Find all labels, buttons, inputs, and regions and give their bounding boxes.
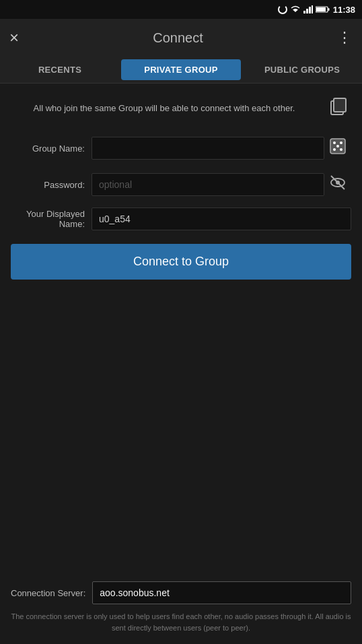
main-content: All who join the same Group will be able… [0, 84, 362, 289]
signal-icon [303, 5, 313, 13]
tab-private-group[interactable]: PRIVATE GROUP [121, 59, 241, 80]
clock: 11:38 [333, 5, 355, 15]
tab-public-groups[interactable]: PUBLIC GROUPS [242, 57, 362, 83]
battery-icon [316, 5, 330, 13]
svg-rect-7 [316, 7, 326, 11]
password-label: Password: [11, 180, 92, 190]
svg-rect-2 [306, 9, 308, 13]
svg-point-12 [340, 141, 342, 144]
randomize-button[interactable] [324, 135, 351, 162]
info-text: All who join the same Group will be able… [11, 103, 318, 113]
password-input[interactable] [92, 173, 324, 196]
status-bar: 11:38 [0, 0, 362, 19]
svg-point-14 [333, 148, 336, 151]
connection-server-label: Connection Server: [11, 588, 85, 598]
svg-rect-6 [328, 8, 329, 11]
displayed-name-row: Your Displayed Name: [11, 207, 351, 230]
connection-server-input[interactable] [92, 581, 351, 604]
wifi-icon [290, 5, 301, 13]
svg-rect-4 [312, 5, 313, 13]
bottom-section: Connection Server: The connection server… [0, 575, 362, 644]
connect-to-group-button[interactable]: Connect to Group [11, 244, 351, 280]
info-row: All who join the same Group will be able… [11, 93, 351, 123]
svg-rect-3 [309, 7, 311, 13]
more-button[interactable]: ⋮ [337, 30, 353, 45]
page-title: Connect [153, 30, 203, 46]
dice-icon [329, 137, 347, 155]
tab-bar: RECENTS PRIVATE GROUP PUBLIC GROUPS [0, 57, 362, 84]
svg-point-15 [340, 148, 342, 151]
top-bar: × Connect ⋮ [0, 19, 362, 57]
connection-server-footnote: The connection server is only used to he… [11, 611, 351, 633]
svg-rect-1 [303, 11, 305, 13]
group-name-input[interactable] [92, 137, 324, 160]
refresh-icon [278, 5, 287, 14]
svg-line-18 [331, 176, 345, 189]
eye-off-icon [329, 174, 347, 191]
displayed-name-input[interactable] [92, 207, 351, 230]
displayed-name-label: Your Displayed Name: [11, 209, 92, 229]
group-name-label: Group Name: [11, 143, 92, 154]
group-name-row: Group Name: [11, 135, 351, 162]
tab-recents[interactable]: RECENTS [0, 57, 120, 83]
connection-server-row: Connection Server: [11, 581, 351, 604]
svg-rect-9 [334, 98, 346, 112]
copy-icon-button[interactable] [326, 93, 351, 123]
svg-point-11 [333, 141, 336, 144]
toggle-password-button[interactable] [324, 171, 351, 198]
password-row: Password: [11, 171, 351, 198]
close-button[interactable]: × [9, 30, 19, 46]
svg-point-13 [336, 145, 339, 148]
status-icons: 11:38 [278, 5, 355, 15]
copy-icon [328, 96, 349, 116]
